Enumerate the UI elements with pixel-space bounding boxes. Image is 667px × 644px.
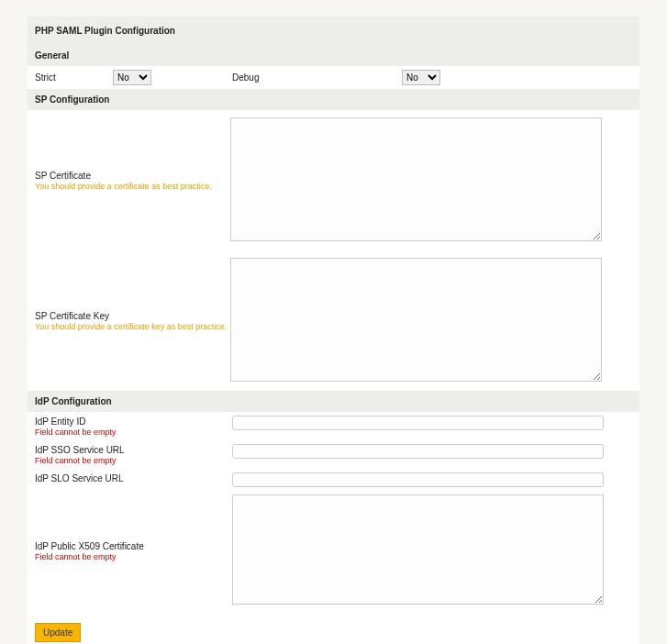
- idp-slo-label: IdP SLO Service URL: [35, 473, 232, 483]
- section-general-heading: General: [28, 45, 639, 66]
- general-row: Strict No Debug No: [28, 66, 639, 89]
- page-title: PHP SAML Plugin Configuration: [28, 17, 639, 45]
- idp-entity-hint: Field cannot be empty: [35, 427, 232, 437]
- sp-cert-textarea[interactable]: [230, 117, 602, 241]
- idp-x509-label: IdP Public X509 Certificate: [35, 541, 232, 551]
- sp-key-hint: You should provide a certificate key as …: [35, 322, 230, 331]
- idp-sso-row: IdP SSO Service URL Field cannot be empt…: [28, 440, 639, 469]
- sp-cert-row: SP Certificate You should provide a cert…: [28, 110, 639, 250]
- idp-x509-hint: Field cannot be empty: [35, 552, 232, 561]
- idp-sso-hint: Field cannot be empty: [35, 456, 232, 465]
- idp-x509-textarea[interactable]: [232, 494, 604, 605]
- idp-x509-row: IdP Public X509 Certificate Field cannot…: [28, 491, 639, 610]
- section-idp-heading: IdP Configuration: [28, 391, 639, 412]
- idp-entity-label: IdP Entity ID: [35, 416, 232, 427]
- sp-key-label: SP Certificate Key: [35, 311, 230, 321]
- section-sp-heading: SP Configuration: [28, 89, 639, 110]
- update-button[interactable]: Update: [35, 623, 81, 642]
- idp-entity-input[interactable]: [232, 416, 604, 430]
- debug-label: Debug: [232, 72, 402, 83]
- idp-sso-input[interactable]: [232, 444, 604, 459]
- idp-entity-row: IdP Entity ID Field cannot be empty: [28, 412, 639, 440]
- sp-key-row: SP Certificate Key You should provide a …: [28, 250, 639, 391]
- idp-slo-row: IdP SLO Service URL: [28, 469, 639, 491]
- sp-cert-label: SP Certificate: [35, 171, 230, 181]
- debug-select[interactable]: No: [402, 70, 440, 85]
- strict-select[interactable]: No: [113, 70, 151, 85]
- sp-key-textarea[interactable]: [230, 258, 602, 382]
- idp-slo-input[interactable]: [232, 472, 604, 487]
- sp-cert-hint: You should provide a certificate as best…: [35, 182, 230, 191]
- idp-sso-label: IdP SSO Service URL: [35, 445, 232, 455]
- strict-label: Strict: [35, 72, 113, 83]
